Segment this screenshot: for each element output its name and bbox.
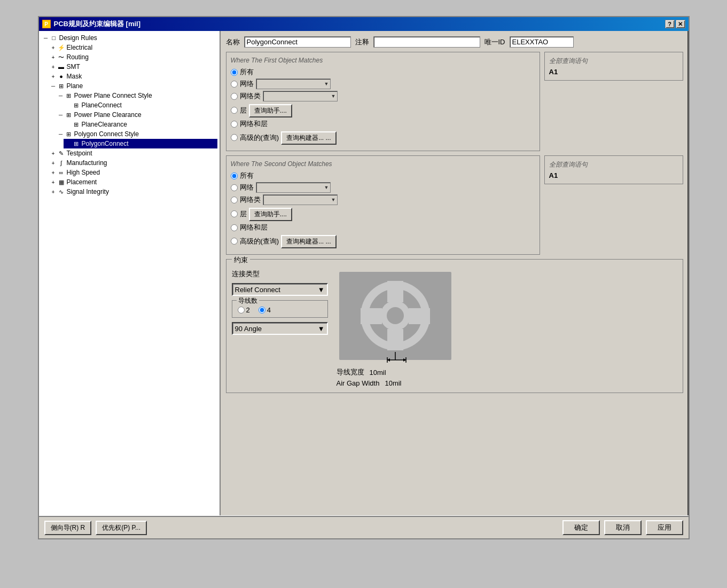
conductor-4-label[interactable]: 4 xyxy=(259,306,271,314)
sidebar-item-design-rules[interactable]: ─ □ Design Rules xyxy=(41,33,217,43)
sidebar-item-power-plane-connect[interactable]: ─ ⊞ Power Plane Connect Style xyxy=(56,91,217,100)
radio-netclass-1: 网络类 xyxy=(231,91,261,101)
sidebar-item-manufacturing[interactable]: + ∫ Manufacturing xyxy=(49,158,217,168)
second-query-panel: 全部查询语句 A1 xyxy=(544,155,683,184)
conductor-4-radio[interactable] xyxy=(259,307,265,313)
sidebar-label: High Speed xyxy=(67,169,216,176)
radio-network-2: 网络 xyxy=(231,183,254,192)
radio-all-1[interactable] xyxy=(231,69,238,76)
connect-icon: ⊞ xyxy=(65,91,73,100)
combo-text: Relief Connect xyxy=(235,286,280,294)
query-helper-btn-1[interactable]: 查询助手.... xyxy=(249,104,292,117)
connect-type-combo[interactable]: Relief Connect ▼ xyxy=(232,283,328,296)
sidebar-item-electrical[interactable]: + ⚡ Electrical xyxy=(49,43,217,52)
expand-icon: + xyxy=(50,45,57,51)
sidebar-item-mask[interactable]: + ● Mask xyxy=(49,72,217,81)
radio-all-2[interactable] xyxy=(231,173,238,179)
net-combo-2[interactable]: ▼ xyxy=(256,182,331,193)
sidebar-label: Plane xyxy=(67,82,216,90)
highspeed-icon: ∞ xyxy=(57,168,66,177)
name-input[interactable] xyxy=(244,36,351,48)
sidebar-item-testpoint[interactable]: + ✎ Testpoint xyxy=(49,148,217,158)
sidebar-item-routing[interactable]: + 〜 Routing xyxy=(49,52,217,62)
sidebar-item-smt[interactable]: + ▬ SMT xyxy=(49,62,217,72)
expand-icon: ─ xyxy=(57,93,65,99)
radio-label: 网络和层 xyxy=(240,119,268,129)
radio-advanced-2[interactable] xyxy=(231,238,238,245)
sidebar: ─ □ Design Rules + ⚡ Electrical + 〜 Rout… xyxy=(39,31,221,516)
cancel-button[interactable]: 取消 xyxy=(604,520,642,535)
radio-suoyou-1: 所有 xyxy=(231,67,535,77)
sidebar-item-plane-clearance[interactable]: ⊞ PlaneClearance xyxy=(64,120,217,129)
sidebar-item-signal-integrity[interactable]: + ∿ Signal Integrity xyxy=(49,187,217,197)
radio-label: 层 xyxy=(240,106,247,115)
first-match-row: Where The First Object Matches 所有 网络 ▼ xyxy=(226,52,683,151)
comment-label: 注释 xyxy=(355,37,369,47)
radio-label: 网络和层 xyxy=(240,223,268,232)
expand-icon: + xyxy=(50,151,57,156)
sidebar-item-placement[interactable]: + ▦ Placement xyxy=(49,177,217,187)
net-combo-1[interactable]: ▼ xyxy=(256,79,331,89)
expand-icon: + xyxy=(50,64,57,70)
sidebar-item-polygon-connect-style[interactable]: ─ ⊞ Polygon Connect Style xyxy=(56,129,217,139)
radio-label: 层 xyxy=(240,209,247,219)
conductor-2-radio[interactable] xyxy=(238,307,245,313)
electrical-icon: ⚡ xyxy=(57,43,66,52)
sidebar-item-plane[interactable]: ─ ⊞ Plane xyxy=(49,81,217,91)
sidebar-item-power-plane-clearance[interactable]: ─ ⊞ Power Plane Clearance xyxy=(56,110,217,120)
sidebar-item-polygon-connect[interactable]: ⊞ PolygonConnect xyxy=(64,139,217,148)
air-gap-row: Air Gap Width 10mil xyxy=(337,379,402,387)
conductor-radios: 2 4 xyxy=(238,306,322,314)
netclass-combo-1[interactable]: ▼ xyxy=(263,91,338,101)
query-builder-btn-2[interactable]: 查询构建器... ... xyxy=(281,235,336,248)
comment-input[interactable] xyxy=(373,36,480,48)
radio-net-2[interactable] xyxy=(231,184,238,191)
apply-button[interactable]: 应用 xyxy=(646,520,683,535)
bottom-bar: 侧向导(R) R 优先权(P) P... 确定 取消 应用 xyxy=(39,516,689,538)
sidebar-label: SMT xyxy=(67,63,216,70)
radio-netlayer-2[interactable] xyxy=(231,224,238,231)
radio-layer-2[interactable] xyxy=(231,210,238,217)
combo-arrow: ▼ xyxy=(324,185,329,190)
first-query-panel: 全部查询语句 A1 xyxy=(544,52,683,81)
radio-advanced-1[interactable] xyxy=(231,134,238,141)
radio-layer-1: 层 xyxy=(231,106,247,115)
wire-width-label: 导线宽度 xyxy=(337,367,364,377)
sidebar-label: Manufacturing xyxy=(67,159,216,167)
sidebar-label: Polygon Connect Style xyxy=(74,130,216,138)
priority-button[interactable]: 优先权(P) P... xyxy=(96,521,147,535)
titlebar-buttons: ? ✕ xyxy=(665,20,685,28)
air-gap-value: 10mil xyxy=(385,379,401,387)
name-label: 名称 xyxy=(226,37,240,47)
netclass-combo-2[interactable]: ▼ xyxy=(263,194,338,205)
first-query-value: A1 xyxy=(549,68,678,76)
expand-icon: + xyxy=(50,74,57,80)
expand-icon: + xyxy=(50,189,57,195)
sidebar-item-plane-connect[interactable]: ⊞ PlaneConnect xyxy=(64,100,217,110)
window-title: PCB规则及约束编辑器 [mil] xyxy=(54,19,141,29)
second-query-value: A1 xyxy=(549,171,678,179)
conductor-4-text: 4 xyxy=(267,306,271,314)
radio-advanced-1: 高级的(查询) xyxy=(231,133,279,143)
radio-layer-1[interactable] xyxy=(231,107,238,114)
help-button[interactable]: ? xyxy=(665,20,675,28)
query-builder-btn-1[interactable]: 查询构建器... ... xyxy=(281,131,336,145)
main-content: ─ □ Design Rules + ⚡ Electrical + 〜 Rout… xyxy=(39,31,689,516)
sidebar-item-high-speed[interactable]: + ∞ High Speed xyxy=(49,168,217,177)
nav-button[interactable]: 侧向导(R) R xyxy=(44,521,92,535)
expand-icon: + xyxy=(50,179,57,185)
polygon-icon: ⊞ xyxy=(65,130,73,138)
radio-netlayer-1[interactable] xyxy=(231,121,238,128)
ok-button[interactable]: 确定 xyxy=(562,520,600,535)
angle-combo[interactable]: 90 Angle ▼ xyxy=(232,322,328,335)
first-match-title: Where The First Object Matches xyxy=(231,57,535,64)
radio-netclass-2[interactable] xyxy=(231,197,238,203)
expand-icon: ─ xyxy=(50,83,57,89)
radio-net-1[interactable] xyxy=(231,81,238,88)
query-helper-btn-2[interactable]: 查询助手.... xyxy=(249,208,292,221)
first-match-panel: Where The First Object Matches 所有 网络 ▼ xyxy=(226,52,540,151)
close-button[interactable]: ✕ xyxy=(676,20,685,28)
conductor-2-label[interactable]: 2 xyxy=(238,306,250,314)
radio-netclass-1[interactable] xyxy=(231,93,238,100)
uid-input[interactable] xyxy=(510,36,574,48)
